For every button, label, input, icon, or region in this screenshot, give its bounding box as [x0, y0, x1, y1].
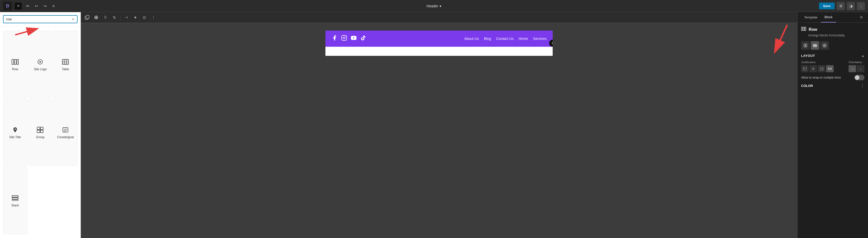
nav-home[interactable]: Home: [519, 37, 528, 41]
right-panel-body: Row Arrange blocks horizontally.: [798, 23, 868, 238]
canvas-tool-square[interactable]: ⊡: [141, 13, 148, 21]
block-item-group[interactable]: Group: [28, 99, 53, 166]
canvas-toolbar: ⠿ ⇅ ⊣ + ⊡ ⋮: [81, 12, 797, 23]
right-block-desc: Arrange blocks horizontally.: [801, 34, 865, 37]
svg-rect-13: [37, 130, 40, 132]
youtube-icon[interactable]: [351, 35, 357, 42]
undo-tool[interactable]: ↩: [33, 2, 40, 9]
contrast-button[interactable]: ◑: [847, 2, 855, 10]
tab-block[interactable]: Block: [821, 12, 836, 23]
right-block-title: Row: [809, 27, 817, 32]
social-icons: [332, 35, 366, 42]
edit-tool[interactable]: ✏: [24, 2, 31, 9]
blocks-grid: Row Site Logo: [0, 27, 81, 238]
instagram-icon[interactable]: [341, 35, 347, 42]
top-bar-tools: ✏ ↩ ↪ ≡: [24, 2, 57, 9]
block-label-site-logo: Site Logo: [34, 67, 47, 71]
block-label-stack: Stack: [11, 204, 19, 207]
stack-icon: [11, 195, 19, 202]
save-button[interactable]: Save: [819, 2, 835, 9]
wrap-toggle[interactable]: [855, 75, 865, 80]
block-item-table[interactable]: Table: [53, 31, 78, 98]
orientation-icons: → ↓: [848, 65, 865, 72]
svg-rect-3: [17, 59, 19, 64]
svg-rect-6: [62, 59, 68, 64]
menu-tool[interactable]: ≡: [50, 2, 57, 9]
color-more-button[interactable]: ⋮: [861, 83, 865, 88]
nav-blog[interactable]: Blog: [484, 37, 491, 41]
crowdsignal-icon: [61, 126, 69, 133]
right-row-icon: [801, 27, 806, 32]
align-icon-1[interactable]: [811, 41, 819, 50]
facebook-icon[interactable]: [332, 35, 338, 42]
block-item-site-title[interactable]: Site Title: [3, 99, 27, 166]
canvas-tool-more[interactable]: ⋮: [150, 13, 157, 21]
align-icon-0[interactable]: [801, 41, 810, 50]
canvas-tool-move[interactable]: ⇅: [111, 13, 118, 21]
block-item-stack[interactable]: Stack: [3, 167, 27, 234]
svg-point-26: [345, 36, 346, 37]
block-header: Row: [801, 27, 865, 32]
nav-contact[interactable]: Contact Us: [496, 37, 514, 41]
block-item-crowdsignal[interactable]: Crowdsignal: [53, 99, 78, 166]
svg-rect-15: [63, 127, 68, 132]
svg-rect-2: [14, 59, 16, 64]
block-item-row[interactable]: Row: [3, 31, 27, 98]
right-panel-tabs: Template Block ✕: [798, 12, 868, 23]
layout-title: Layout: [801, 54, 815, 58]
toggle-knob: [855, 75, 860, 80]
canvas-content: About Us Blog Contact Us Home Services +: [81, 23, 797, 238]
layout-row: Justification: [801, 61, 865, 72]
add-block-button[interactable]: +: [549, 40, 553, 47]
align-icon-2[interactable]: [820, 41, 829, 50]
block-item-site-logo[interactable]: Site Logo: [28, 31, 53, 98]
site-title-icon: [11, 126, 19, 133]
canvas-block: About Us Blog Contact Us Home Services +: [326, 31, 553, 56]
search-clear-button[interactable]: ✕: [71, 17, 74, 21]
just-right[interactable]: [818, 65, 825, 72]
close-button[interactable]: ✕: [14, 2, 22, 9]
top-bar-right: Save ⚙ ◑ ⋮: [819, 2, 865, 10]
svg-rect-12: [40, 127, 43, 129]
page-title[interactable]: Header ▾: [427, 4, 441, 8]
canvas-tool-drag[interactable]: ⠿: [101, 13, 109, 21]
right-close-button[interactable]: ✕: [858, 13, 865, 22]
tiktok-icon[interactable]: [360, 35, 366, 42]
logo-button[interactable]: D: [3, 1, 12, 10]
settings-button[interactable]: ⚙: [837, 2, 845, 10]
redo-tool[interactable]: ↪: [41, 2, 49, 9]
layout-collapse[interactable]: ▲: [862, 54, 865, 58]
justification-label: Justification: [801, 61, 834, 64]
main-layout: ✕ Row: [0, 12, 868, 238]
canvas-area: ⠿ ⇅ ⊣ + ⊡ ⋮: [81, 12, 797, 238]
orientation-col: Orientation → ↓: [848, 61, 865, 72]
align-icons-row: [801, 41, 865, 50]
nav-services[interactable]: Services: [533, 37, 547, 41]
svg-rect-17: [12, 198, 18, 199]
just-stretch[interactable]: [826, 65, 834, 72]
orient-horizontal[interactable]: →: [848, 65, 856, 72]
layout-section-header: Layout ▲: [801, 54, 865, 58]
canvas-tool-add[interactable]: +: [131, 13, 139, 21]
canvas-tool-align[interactable]: [92, 13, 100, 21]
more-options-button[interactable]: ⋮: [857, 2, 865, 10]
svg-rect-30: [803, 27, 804, 31]
left-panel: ✕ Row: [0, 12, 81, 238]
block-label-crowdsignal: Crowdsignal: [57, 136, 74, 139]
nav-about[interactable]: About Us: [464, 37, 479, 41]
color-section-header: Color ⋮: [801, 83, 865, 88]
wrap-label: Allow to wrap to multiple lines: [801, 76, 841, 79]
svg-rect-20: [86, 16, 89, 19]
canvas-tool-left[interactable]: ⊣: [122, 13, 130, 21]
top-bar: D ✕ ✏ ↩ ↪ ≡ Header ▾ Save ⚙ ◑ ⋮: [0, 0, 868, 12]
svg-rect-32: [804, 44, 805, 47]
svg-rect-11: [37, 127, 40, 129]
orient-vertical[interactable]: ↓: [857, 65, 865, 72]
color-title: Color: [801, 84, 813, 88]
justification-icons: [801, 65, 834, 72]
search-input[interactable]: [6, 17, 71, 21]
tab-template[interactable]: Template: [801, 12, 821, 22]
just-left[interactable]: [801, 65, 809, 72]
canvas-tool-duplicate[interactable]: [83, 13, 91, 21]
just-center[interactable]: [809, 65, 817, 72]
